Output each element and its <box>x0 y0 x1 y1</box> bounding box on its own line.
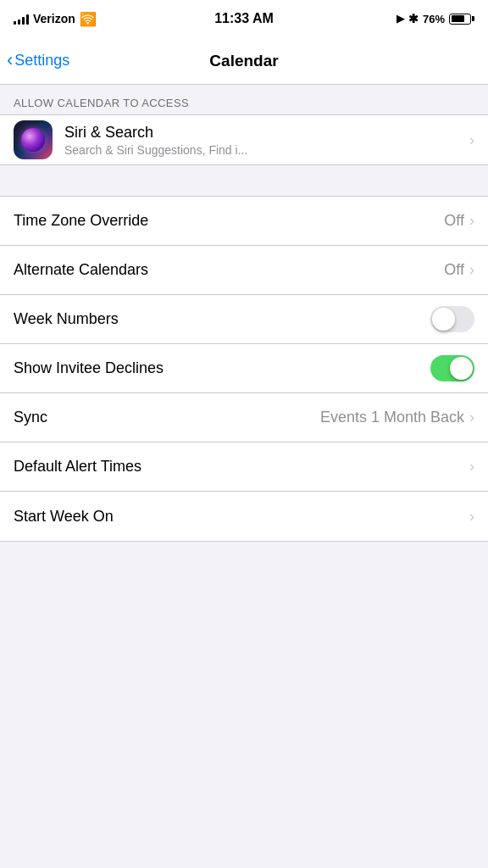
battery-percent-label: 76% <box>423 13 445 25</box>
show-invitee-declines-toggle-knob <box>450 357 473 380</box>
back-label: Settings <box>14 52 69 70</box>
show-invitee-declines-row[interactable]: Show Invitee Declines <box>0 344 488 393</box>
carrier-label: Verizon <box>33 12 75 25</box>
sync-row[interactable]: Sync Events 1 Month Back › <box>0 393 488 442</box>
back-chevron-icon: ‹ <box>7 51 13 70</box>
status-time: 11:33 AM <box>214 11 274 26</box>
group-spacer-1 <box>0 165 488 196</box>
start-week-on-row[interactable]: Start Week On › <box>0 492 488 541</box>
show-invitee-declines-toggle[interactable] <box>430 355 474 381</box>
wifi-icon: 🛜 <box>80 11 97 27</box>
default-alert-times-chevron-icon: › <box>469 458 474 476</box>
week-numbers-toggle[interactable] <box>430 306 474 332</box>
time-zone-override-label: Time Zone Override <box>14 212 444 230</box>
siri-orb <box>21 128 45 152</box>
start-week-on-label: Start Week On <box>14 508 469 526</box>
alternate-calendars-chevron-icon: › <box>469 261 474 279</box>
time-zone-override-row[interactable]: Time Zone Override Off › <box>0 197 488 246</box>
status-bar: Verizon 🛜 11:33 AM ▶ ✱ 76% <box>0 0 488 37</box>
start-week-on-chevron-icon: › <box>469 508 474 526</box>
bluetooth-icon: ✱ <box>408 12 419 25</box>
default-alert-times-label: Default Alert Times <box>14 458 469 476</box>
week-numbers-label: Week Numbers <box>14 310 430 328</box>
sync-value: Events 1 Month Back <box>320 409 464 426</box>
siri-search-group: Siri & Search Search & Siri Suggestions,… <box>0 114 488 165</box>
status-left: Verizon 🛜 <box>14 11 97 27</box>
back-button[interactable]: ‹ Settings <box>7 52 69 70</box>
sync-label: Sync <box>14 409 320 426</box>
siri-chevron-icon: › <box>469 131 474 149</box>
week-numbers-row[interactable]: Week Numbers <box>0 295 488 344</box>
allow-section-header: Allow Calendar to Access <box>0 85 488 114</box>
week-numbers-toggle-knob <box>432 308 455 331</box>
siri-search-row[interactable]: Siri & Search Search & Siri Suggestions,… <box>0 115 488 164</box>
battery-icon <box>449 14 474 25</box>
page-title: Calendar <box>209 52 278 70</box>
alternate-calendars-label: Alternate Calendars <box>14 261 444 279</box>
signal-bars-icon <box>14 13 29 25</box>
alternate-calendars-value: Off <box>444 261 464 279</box>
siri-app-icon <box>14 120 53 159</box>
default-alert-times-row[interactable]: Default Alert Times › <box>0 442 488 492</box>
time-zone-chevron-icon: › <box>469 212 474 230</box>
status-right: ▶ ✱ 76% <box>396 12 474 25</box>
siri-text-block: Siri & Search Search & Siri Suggestions,… <box>64 124 469 157</box>
time-zone-override-value: Off <box>444 212 464 230</box>
nav-bar: ‹ Settings Calendar <box>0 37 488 85</box>
siri-title: Siri & Search <box>64 124 469 142</box>
alternate-calendars-row[interactable]: Alternate Calendars Off › <box>0 246 488 295</box>
siri-subtitle: Search & Siri Suggestions, Find i... <box>64 143 469 157</box>
sync-chevron-icon: › <box>469 409 474 426</box>
show-invitee-declines-label: Show Invitee Declines <box>14 359 430 377</box>
location-icon: ▶ <box>396 13 404 25</box>
calendar-settings-group: Time Zone Override Off › Alternate Calen… <box>0 196 488 542</box>
